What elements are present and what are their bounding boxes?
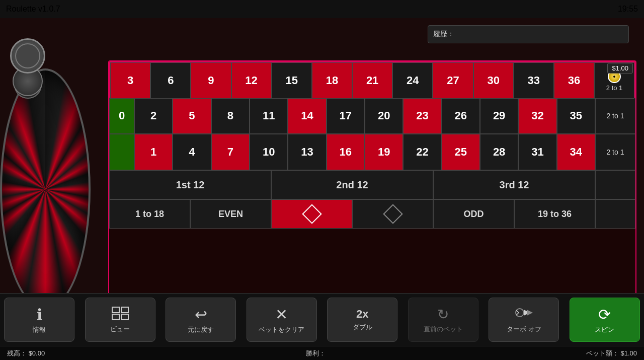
dozen-2nd[interactable]: 2nd 12 bbox=[271, 170, 433, 199]
bet-1to18[interactable]: 1 to 18 bbox=[109, 199, 190, 229]
num-22[interactable]: 22 bbox=[403, 134, 441, 170]
bet-1to18-label: 1 to 18 bbox=[135, 209, 164, 220]
two-to-one-label-bottom: 2 to 1 bbox=[606, 148, 624, 156]
bet-19to36[interactable]: 19 to 36 bbox=[514, 199, 595, 229]
info-icon: ℹ bbox=[37, 306, 42, 323]
bet-even[interactable]: EVEN bbox=[190, 199, 271, 229]
num-19[interactable]: 19 bbox=[365, 134, 403, 170]
num-27[interactable]: 27 bbox=[433, 62, 473, 99]
num-21[interactable]: 21 bbox=[352, 62, 392, 99]
history-bar: 履歴： bbox=[428, 25, 629, 43]
double-button[interactable]: 2x ダブル bbox=[327, 298, 397, 342]
spin-label: スピン bbox=[595, 325, 614, 334]
balance-value: $0.00 bbox=[29, 349, 45, 357]
num-12[interactable]: 12 bbox=[231, 62, 272, 99]
num-17[interactable]: 17 bbox=[327, 98, 365, 134]
num-14[interactable]: 14 bbox=[288, 98, 326, 134]
prev-bet-button[interactable]: ↻ 直前のベット bbox=[408, 298, 478, 342]
num-11[interactable]: 11 bbox=[250, 98, 288, 134]
num-29[interactable]: 29 bbox=[480, 98, 518, 134]
num-24[interactable]: 24 bbox=[392, 62, 433, 99]
num-26[interactable]: 26 bbox=[442, 98, 480, 134]
num-5[interactable]: 5 bbox=[173, 98, 211, 134]
two-to-one-label-mid: 2 to 1 bbox=[606, 112, 624, 120]
two-to-one-mid[interactable]: 2 to 1 bbox=[595, 98, 635, 134]
turbo-button[interactable]: ターボ オフ bbox=[489, 298, 559, 342]
toolbar: ℹ 情報 ビュー ↩ 元に戻す ✕ ベットをクリア 2x ダブル ↻ 直前のベッ… bbox=[0, 293, 644, 346]
dozen-3rd[interactable]: 3rd 12 bbox=[433, 170, 595, 199]
svg-marker-6 bbox=[527, 310, 533, 316]
view-label: ビュー bbox=[110, 325, 130, 334]
num-23[interactable]: 23 bbox=[403, 98, 441, 134]
num-16[interactable]: 16 bbox=[327, 134, 365, 170]
dozen-1st[interactable]: 1st 12 bbox=[109, 170, 271, 199]
zero-cell[interactable]: 0 bbox=[109, 98, 134, 134]
num-1[interactable]: 1 bbox=[134, 134, 173, 170]
history-label: 履歴： bbox=[433, 30, 454, 39]
num-8[interactable]: 8 bbox=[211, 98, 250, 134]
bet-odd[interactable]: ODD bbox=[433, 199, 514, 229]
zero-spacer bbox=[109, 134, 134, 170]
dozen-3rd-label: 3rd 12 bbox=[500, 179, 529, 191]
svg-rect-0 bbox=[112, 307, 119, 313]
app-title: Roulette v1.0.7 bbox=[6, 5, 60, 14]
num-18[interactable]: 18 bbox=[312, 62, 352, 99]
view-icon bbox=[111, 306, 129, 323]
num-28[interactable]: 28 bbox=[480, 134, 518, 170]
bet-19to36-label: 19 to 36 bbox=[538, 209, 572, 220]
chips-stack bbox=[10, 38, 45, 74]
num-30[interactable]: 30 bbox=[473, 62, 514, 99]
prev-bet-icon: ↻ bbox=[437, 306, 449, 323]
svg-rect-1 bbox=[121, 307, 128, 313]
top-numbers-row: 3 6 9 12 15 18 21 24 27 30 33 36 ● 2 to … bbox=[109, 61, 635, 98]
view-button[interactable]: ビュー bbox=[85, 298, 155, 342]
bet-value: $1.00 bbox=[620, 349, 637, 357]
bet-display: ベット額： $1.00 bbox=[586, 349, 637, 358]
status-bar: 残高： $0.00 勝利： ベット額： $1.00 bbox=[0, 346, 644, 360]
bet-red[interactable] bbox=[271, 199, 352, 229]
roulette-wheel bbox=[0, 68, 91, 310]
svg-line-7 bbox=[516, 310, 519, 313]
two-to-one-bottom[interactable]: 2 to 1 bbox=[595, 134, 635, 170]
num-15[interactable]: 15 bbox=[272, 62, 312, 99]
turbo-icon bbox=[515, 306, 533, 323]
num-6[interactable]: 6 bbox=[150, 62, 191, 99]
svg-rect-2 bbox=[112, 314, 119, 320]
num-34[interactable]: 34 bbox=[557, 134, 595, 170]
clock: 19:55 bbox=[618, 5, 638, 14]
double-icon: 2x bbox=[356, 308, 368, 321]
num-20[interactable]: 20 bbox=[365, 98, 403, 134]
red-diamond-icon bbox=[302, 204, 322, 224]
num-2[interactable]: 2 bbox=[134, 98, 173, 134]
num-32[interactable]: 32 bbox=[518, 98, 556, 134]
num-33[interactable]: 33 bbox=[514, 62, 554, 99]
num-9[interactable]: 9 bbox=[191, 62, 231, 99]
wheel-area bbox=[0, 18, 101, 300]
num-35[interactable]: 35 bbox=[557, 98, 595, 134]
num-10[interactable]: 10 bbox=[250, 134, 288, 170]
undo-button[interactable]: ↩ 元に戻す bbox=[166, 298, 236, 342]
dozens-row: 1st 12 2nd 12 3rd 12 bbox=[109, 170, 635, 199]
svg-line-8 bbox=[516, 313, 519, 315]
info-label: 情報 bbox=[33, 325, 46, 334]
clear-label: ベットをクリア bbox=[259, 325, 304, 334]
num-31[interactable]: 31 bbox=[518, 134, 556, 170]
num-36[interactable]: 36 bbox=[554, 62, 594, 99]
bet-chip-display: $1.00 bbox=[607, 63, 633, 74]
num-3[interactable]: 3 bbox=[110, 62, 150, 99]
top-bar: Roulette v1.0.7 19:55 bbox=[0, 0, 644, 18]
bet-black[interactable] bbox=[352, 199, 433, 229]
num-7[interactable]: 7 bbox=[211, 134, 250, 170]
betting-table: 3 6 9 12 15 18 21 24 27 30 33 36 ● 2 to … bbox=[108, 60, 636, 300]
bet-label: ベット額： bbox=[586, 349, 619, 357]
info-button[interactable]: ℹ 情報 bbox=[4, 298, 74, 342]
balance-label: 残高： bbox=[7, 349, 27, 357]
num-25[interactable]: 25 bbox=[442, 134, 480, 170]
black-diamond-icon bbox=[383, 204, 403, 224]
spin-button[interactable]: ⟳ スピン bbox=[570, 298, 640, 342]
clear-button[interactable]: ✕ ベットをクリア bbox=[247, 298, 317, 342]
clear-icon: ✕ bbox=[275, 306, 288, 323]
num-4[interactable]: 4 bbox=[173, 134, 211, 170]
turbo-label: ターボ オフ bbox=[507, 325, 541, 334]
num-13[interactable]: 13 bbox=[288, 134, 326, 170]
